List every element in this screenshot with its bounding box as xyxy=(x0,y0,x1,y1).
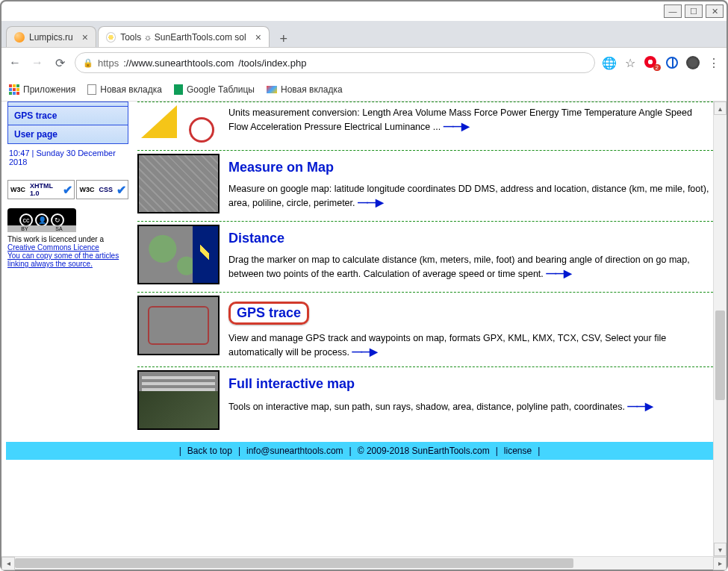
check-icon: ✔ xyxy=(115,183,128,197)
reload-button[interactable]: ⟳ xyxy=(52,55,67,70)
tool-item-measure: Measure on Map Measure on google map: la… xyxy=(137,151,713,222)
item-title-link-highlighted[interactable]: GPS trace xyxy=(228,302,309,325)
cc-badge[interactable]: cc 👤 ↻ BYSA xyxy=(7,208,76,232)
bookmark-star-icon[interactable]: ☆ xyxy=(623,56,637,69)
arrow-icon[interactable]: ——▶ xyxy=(546,266,570,281)
scroll-right-icon[interactable]: ▸ xyxy=(713,557,727,570)
bookmark-label: Новая вкладка xyxy=(100,84,162,95)
address-bar[interactable]: 🔒 https://www.sunearthtools.com/tools/in… xyxy=(75,52,595,73)
tab-strip: Lumpics.ru × Tools ☼ SunEarthTools.com s… xyxy=(1,21,727,48)
page-footer: | Back to top | info@sunearthtools.com |… xyxy=(6,442,713,460)
item-description: Tools on interactive map, sun path, sun … xyxy=(228,399,713,414)
thumbnail[interactable] xyxy=(137,225,220,284)
url-path: /tools/index.php xyxy=(238,57,306,69)
item-description: View and manage GPS track and waypoints … xyxy=(228,332,713,359)
thumbnail[interactable] xyxy=(137,154,220,213)
check-icon: ✔ xyxy=(61,183,74,197)
bookmark-label: Новая вкладка xyxy=(281,84,343,95)
toolbar: ← → ⟳ 🔒 https://www.sunearthtools.com/to… xyxy=(1,48,727,78)
tool-item-conversion: Units measurement conversion: Length Are… xyxy=(137,102,713,151)
apps-label: Приложения xyxy=(23,84,75,95)
item-description: Measure on google map: latitude longitud… xyxy=(228,183,713,210)
viewport: Build a sundial GPS trace User page 10:4… xyxy=(1,102,713,556)
sidebar: Build a sundial GPS trace User page 10:4… xyxy=(6,102,130,556)
toolbar-actions: 🌐 ☆ 2 ⋮ xyxy=(603,56,721,69)
page: Build a sundial GPS trace User page 10:4… xyxy=(1,102,713,556)
translate-icon[interactable]: 🌐 xyxy=(603,56,616,69)
thumbnail[interactable] xyxy=(137,296,220,355)
file-icon xyxy=(87,84,96,95)
footer-back-to-top[interactable]: Back to top xyxy=(187,446,232,456)
tab-title: Tools ☼ SunEarthTools.com solar xyxy=(120,32,246,43)
favicon-icon xyxy=(106,32,116,43)
maximize-button[interactable]: ☐ xyxy=(685,4,703,18)
tab-lumpics[interactable]: Lumpics.ru × xyxy=(6,26,96,47)
footer-copyright[interactable]: © 2009-2018 SunEarthTools.com xyxy=(358,446,490,456)
image-icon xyxy=(267,86,277,93)
menu-icon[interactable]: ⋮ xyxy=(707,56,721,69)
tool-item-distance: Distance Drag the marker on map to calcu… xyxy=(137,222,713,293)
content-area: Build a sundial GPS trace User page 10:4… xyxy=(1,102,727,556)
item-title-link[interactable]: Full interactive map xyxy=(228,376,355,392)
nav-user-page[interactable]: User page xyxy=(8,125,128,143)
main-list: Units measurement conversion: Length Are… xyxy=(130,102,713,556)
item-description: Drag the marker on map to calculate dist… xyxy=(228,254,713,281)
horizontal-scrollbar[interactable]: ◂ ▸ xyxy=(1,556,727,570)
item-title-link[interactable]: Measure on Map xyxy=(228,160,334,175)
arrow-icon[interactable]: ——▶ xyxy=(358,196,382,210)
cc-link-licence[interactable]: Creative Commons Licence xyxy=(7,243,128,252)
titlebar: — ☐ ✕ xyxy=(1,1,727,21)
tab-title: Lumpics.ru xyxy=(29,32,73,43)
footer-email[interactable]: info@sunearthtools.com xyxy=(246,446,343,456)
bookmark-sheets[interactable]: Google Таблицы xyxy=(174,84,255,95)
extension-opera-icon[interactable]: 2 xyxy=(644,56,658,69)
nav-menu: Build a sundial GPS trace User page xyxy=(7,102,128,144)
arrow-icon[interactable]: ——▶ xyxy=(352,345,376,359)
item-title-link[interactable]: Distance xyxy=(228,231,284,246)
favicon-icon xyxy=(14,32,25,43)
tool-item-full-map: Full interactive map Tools on interactiv… xyxy=(137,367,713,437)
arrow-icon[interactable]: ——▶ xyxy=(627,399,652,414)
cc-link-copy[interactable]: You can copy some of the articles linkin… xyxy=(7,252,128,268)
tab-close-icon[interactable]: × xyxy=(255,31,261,43)
scroll-up-icon[interactable]: ▴ xyxy=(714,102,727,115)
bookmark-label: Google Таблицы xyxy=(187,84,255,95)
close-window-button[interactable]: ✕ xyxy=(706,4,724,18)
new-tab-button[interactable]: + xyxy=(276,31,292,47)
minimize-button[interactable]: — xyxy=(664,4,682,18)
nav-gps-trace[interactable]: GPS trace xyxy=(8,107,128,125)
w3c-css-badge[interactable]: W3C CSS ✔ xyxy=(76,180,128,199)
scroll-thumb[interactable] xyxy=(15,558,573,568)
tab-close-icon[interactable]: × xyxy=(82,31,88,43)
profile-avatar[interactable] xyxy=(686,56,700,69)
w3c-xhtml-badge[interactable]: W3C XHTML 1.0 ✔ xyxy=(7,180,75,199)
scroll-thumb[interactable] xyxy=(715,311,725,400)
scroll-left-icon[interactable]: ◂ xyxy=(1,557,15,570)
arrow-icon[interactable]: ——▶ xyxy=(444,119,468,134)
footer-license[interactable]: license xyxy=(504,446,532,456)
lock-icon: 🔒 xyxy=(83,58,93,68)
url-scheme: https xyxy=(98,57,119,69)
tool-item-gps-trace: GPS trace View and manage GPS track and … xyxy=(137,293,713,367)
browser-window: — ☐ ✕ Lumpics.ru × Tools ☼ SunEarthTools… xyxy=(0,0,728,571)
tab-sunearthtools[interactable]: Tools ☼ SunEarthTools.com solar × xyxy=(98,26,270,47)
url-host: ://www.sunearthtools.com xyxy=(123,57,234,69)
bookmark-newtab-1[interactable]: Новая вкладка xyxy=(87,84,162,95)
cc-text: This work is licenced under a xyxy=(7,235,128,243)
vertical-scrollbar[interactable]: ▴ ▾ xyxy=(713,102,727,556)
extension-globe-icon[interactable] xyxy=(665,56,679,69)
thumbnail[interactable] xyxy=(137,370,220,430)
apps-shortcut[interactable]: Приложения xyxy=(9,84,75,95)
timestamp: 10:47 | Sunday 30 December 2018 xyxy=(7,144,128,171)
bookmark-newtab-2[interactable]: Новая вкладка xyxy=(267,84,343,95)
forward-button[interactable]: → xyxy=(30,55,45,70)
sheets-icon xyxy=(174,84,183,95)
thumbnail[interactable] xyxy=(137,105,220,143)
scroll-down-icon[interactable]: ▾ xyxy=(714,543,727,556)
item-description: Units measurement conversion: Length Are… xyxy=(228,107,713,134)
w3c-badges: W3C XHTML 1.0 ✔ W3C CSS ✔ xyxy=(7,180,128,199)
back-button[interactable]: ← xyxy=(7,55,22,70)
apps-icon xyxy=(9,84,19,95)
bookmarks-bar: Приложения Новая вкладка Google Таблицы … xyxy=(1,78,727,102)
